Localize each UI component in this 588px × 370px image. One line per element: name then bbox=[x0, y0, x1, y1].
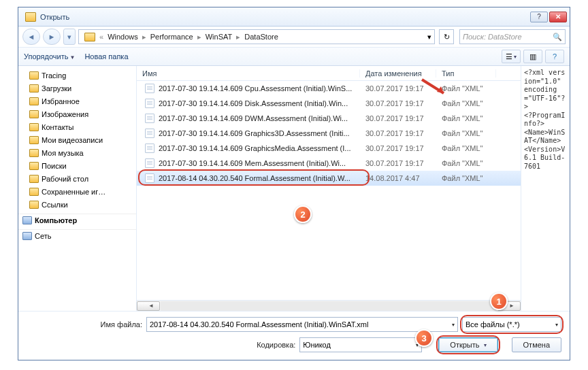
forward-button[interactable]: ► bbox=[43, 29, 61, 45]
help-icon[interactable]: ? bbox=[545, 50, 564, 63]
encoding-combo[interactable]: Юникод▾ bbox=[299, 337, 422, 352]
bottom-panel: Имя файла: 2017-08-14 04.30.20.540 Forma… bbox=[18, 311, 570, 363]
cancel-button[interactable]: Отмена bbox=[512, 337, 561, 352]
close-button[interactable]: ✕ bbox=[549, 12, 567, 22]
folder-icon bbox=[84, 33, 95, 41]
list-item[interactable]: 2017-07-30 19.14.14.609 GraphicsMedia.As… bbox=[137, 141, 521, 156]
open-button[interactable]: Открыть▾ bbox=[438, 337, 497, 352]
folder-tree[interactable]: Tracing Загрузки Избранное Изображения К… bbox=[18, 66, 137, 311]
back-button[interactable]: ◄ bbox=[22, 29, 40, 45]
list-item[interactable]: 2017-07-30 19.14.14.609 Cpu.Assessment (… bbox=[137, 81, 521, 96]
file-list: 2017-07-30 19.14.14.609 Cpu.Assessment (… bbox=[137, 81, 521, 186]
toolbar: Упорядочить▼ Новая папка ☰▾ ▥ ? bbox=[18, 47, 570, 66]
refresh-button[interactable]: ↻ bbox=[439, 29, 454, 44]
encoding-label: Кодировка: bbox=[27, 341, 295, 349]
filename-label: Имя файла: bbox=[27, 320, 142, 329]
list-item[interactable]: 2017-07-30 19.14.14.609 Disk.Assessment … bbox=[137, 96, 521, 111]
view-button[interactable]: ☰▾ bbox=[502, 50, 521, 63]
search-input[interactable]: Поиск: DataStore 🔍 bbox=[459, 29, 566, 44]
folder-icon bbox=[25, 12, 36, 22]
organize-button[interactable]: Упорядочить▼ bbox=[24, 52, 75, 61]
preview-button[interactable]: ▥ bbox=[523, 50, 542, 63]
list-item-selected[interactable]: 2017-08-14 04.30.20.540 Formal.Assessmen… bbox=[137, 171, 521, 186]
col-name: Имя bbox=[137, 69, 360, 78]
list-item[interactable]: 2017-07-30 19.14.14.609 Mem.Assessment (… bbox=[137, 156, 521, 171]
list-item[interactable]: 2017-07-30 19.14.14.609 Graphics3D.Asses… bbox=[137, 126, 521, 141]
list-item[interactable]: 2017-07-30 19.14.14.609 DWM.Assessment (… bbox=[137, 111, 521, 126]
filename-input[interactable]: 2017-08-14 04.30.20.540 Formal.Assessmen… bbox=[146, 317, 458, 332]
window-title: Открыть bbox=[40, 13, 69, 21]
open-dialog: Открыть ? ✕ ◄ ► ▾ « Windows▸ Performance… bbox=[18, 7, 570, 360]
col-type: Тип bbox=[436, 69, 496, 78]
preview-pane: <?xml version="1.0" encoding="UTF-16"?> … bbox=[521, 66, 570, 311]
column-headers[interactable]: Имя Дата изменения Тип bbox=[137, 66, 521, 81]
breadcrumb[interactable]: « Windows▸ Performance▸ WinSAT▸ DataStor… bbox=[78, 29, 435, 44]
navbar: ◄ ► ▾ « Windows▸ Performance▸ WinSAT▸ Da… bbox=[18, 27, 570, 47]
titlebar: Открыть ? ✕ bbox=[18, 7, 570, 27]
col-date: Дата изменения bbox=[360, 69, 436, 78]
hscrollbar[interactable]: ◄► bbox=[137, 300, 521, 311]
search-icon: 🔍 bbox=[553, 33, 562, 41]
help-button[interactable]: ? bbox=[530, 12, 548, 22]
new-folder-button[interactable]: Новая папка bbox=[84, 52, 128, 61]
history-button[interactable]: ▾ bbox=[63, 29, 76, 45]
filetype-combo[interactable]: Все файлы (*.*)▾ bbox=[462, 317, 561, 332]
